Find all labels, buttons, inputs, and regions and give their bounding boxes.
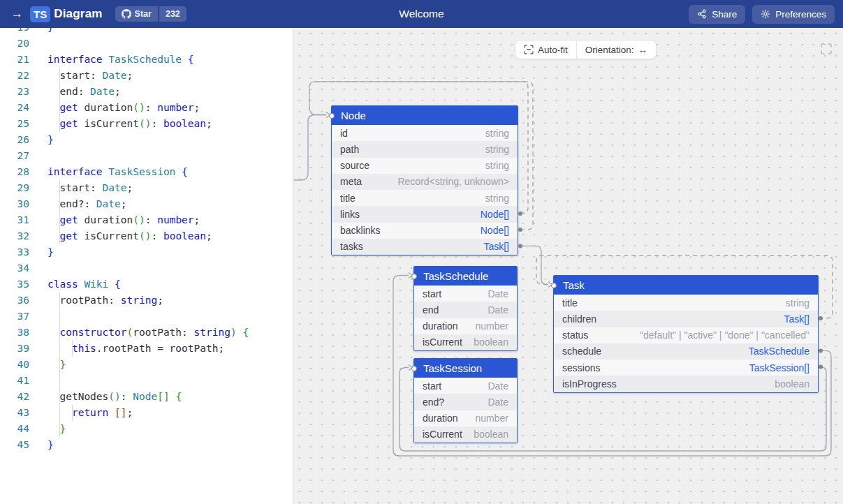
code-line: 30 end?: Date;: [0, 196, 293, 212]
code-line: 36 rootPath: string;: [0, 292, 293, 309]
entity-row[interactable]: metaRecord<string, unknown>: [332, 174, 518, 190]
field-type: boolean: [474, 336, 508, 348]
entity-row[interactable]: idstring: [332, 125, 518, 141]
sidebar-toggle-arrow-icon[interactable]: →: [8, 7, 30, 21]
entity-row[interactable]: endDate: [414, 302, 517, 318]
entity-row[interactable]: end?Date: [414, 394, 517, 410]
entity-row[interactable]: durationnumber: [414, 410, 517, 427]
code-text: constructor(rootPath: string) {: [47, 325, 249, 341]
line-number: 45: [10, 437, 29, 453]
field-type: boolean: [474, 429, 508, 440]
entity-row[interactable]: tasksTask[]: [332, 239, 518, 255]
entity-row[interactable]: durationnumber: [414, 318, 517, 334]
share-button[interactable]: Share: [689, 5, 745, 24]
field-name: id: [340, 128, 348, 139]
code-line: 20: [0, 36, 293, 52]
line-number: 27: [10, 148, 29, 164]
fullscreen-icon: [820, 43, 833, 55]
code-line: 33}: [0, 244, 293, 260]
entity-row[interactable]: startDate: [414, 286, 517, 302]
entity-row[interactable]: startDate: [414, 378, 517, 394]
entity-row[interactable]: childrenTask[]: [554, 311, 818, 327]
share-icon: [697, 9, 707, 19]
github-star-label: Star: [135, 9, 152, 19]
connector-dot: [329, 113, 335, 119]
canvas-toolbar: Auto-fit Orientation: ↔: [515, 40, 657, 59]
indent-guide: [59, 212, 60, 228]
code-line: 26}: [0, 132, 293, 148]
entity-title-bar[interactable]: TaskSchedule: [414, 267, 517, 286]
entity-title-bar[interactable]: Task: [554, 276, 818, 295]
indent-guide: [59, 228, 60, 244]
line-number: 32: [10, 228, 29, 244]
entity-row[interactable]: backlinksNode[]: [332, 223, 518, 239]
code-text: class Wiki {: [47, 276, 121, 292]
indent-guide: [59, 341, 60, 357]
field-type-link[interactable]: Task[]: [483, 241, 509, 252]
entity-row[interactable]: titlestring: [554, 295, 818, 311]
entity-title-bar[interactable]: TaskSession: [414, 359, 517, 378]
field-type-link[interactable]: Node[]: [481, 225, 509, 236]
field-type: Date: [488, 304, 508, 316]
code-text: start: Date;: [47, 68, 133, 84]
code-line: 39 this.rootPath = rootPath;: [0, 341, 293, 357]
entity-taskschedule[interactable]: TaskSchedulestartDateendDatedurationnumb…: [413, 266, 518, 351]
entity-row[interactable]: pathstring: [332, 141, 518, 157]
indent-guide: [59, 68, 60, 84]
entity-row[interactable]: isCurrentboolean: [414, 334, 517, 350]
orientation-button[interactable]: Orientation: ↔: [576, 40, 656, 59]
indent-guide: [72, 405, 73, 421]
code-editor[interactable]: 19}2021interface TaskSchedule {22 start:…: [0, 28, 293, 504]
code-text: start: Date;: [47, 180, 133, 196]
entity-row[interactable]: linksNode[]: [332, 206, 518, 222]
indent-guide: [59, 292, 60, 309]
field-name: links: [340, 209, 360, 220]
indent-guide: [59, 180, 60, 196]
code-line: 31 get duration(): number;: [0, 212, 293, 228]
code-lines: 19}2021interface TaskSchedule {22 start:…: [0, 28, 293, 453]
fullscreen-button[interactable]: [820, 43, 833, 55]
entity-title: TaskSession: [423, 362, 482, 374]
line-number: 39: [10, 341, 29, 357]
field-type-link[interactable]: TaskSession[]: [749, 362, 809, 373]
code-text: }: [47, 437, 54, 453]
entity-tasksession[interactable]: TaskSessionstartDateend?Datedurationnumb…: [413, 358, 518, 443]
code-line: 34: [0, 260, 293, 276]
field-type-link[interactable]: TaskSchedule: [749, 346, 809, 357]
field-type: string: [485, 193, 509, 204]
line-number: 22: [10, 68, 29, 84]
field-type-link[interactable]: Task[]: [784, 313, 809, 325]
field-name: sessions: [562, 362, 600, 373]
preferences-button[interactable]: Preferences: [752, 5, 835, 24]
code-line: 27: [0, 148, 293, 164]
line-number: 20: [10, 36, 29, 52]
entity-row[interactable]: status"default" | "active" | "done" | "c…: [554, 327, 818, 343]
entity-row[interactable]: sessionsTaskSession[]: [554, 360, 818, 376]
entity-row[interactable]: sourcestring: [332, 158, 518, 174]
code-text: return [];: [47, 405, 133, 421]
panel-splitter[interactable]: [293, 28, 294, 504]
field-name: isCurrent: [423, 336, 462, 348]
code-line: 29 start: Date;: [0, 180, 293, 196]
code-line: 24 get duration(): number;: [0, 100, 293, 116]
github-star-widget[interactable]: Star 232: [115, 6, 186, 22]
entity-row[interactable]: scheduleTaskSchedule: [554, 343, 818, 360]
entity-title-bar[interactable]: Node: [332, 106, 518, 125]
auto-fit-button[interactable]: Auto-fit: [515, 40, 576, 59]
entity-task[interactable]: TasktitlestringchildrenTask[]status"defa…: [553, 275, 819, 393]
code-line: 35class Wiki {: [0, 276, 293, 292]
code-line: 45}: [0, 437, 293, 453]
entity-row[interactable]: isCurrentboolean: [414, 427, 517, 443]
entity-node[interactable]: NodeidstringpathstringsourcestringmetaRe…: [331, 105, 518, 255]
indent-guide: [59, 84, 60, 100]
code-text: get duration(): number;: [47, 100, 200, 116]
field-name: schedule: [562, 346, 601, 357]
field-name: children: [562, 313, 596, 325]
field-type: string: [485, 128, 509, 139]
diagram-canvas[interactable]: Auto-fit Orientation: ↔: [294, 28, 843, 504]
field-name: tasks: [340, 241, 363, 252]
field-type: "default" | "active" | "done" | "cancell…: [640, 329, 809, 341]
entity-row[interactable]: titlestring: [332, 190, 518, 206]
field-type-link[interactable]: Node[]: [481, 209, 509, 220]
entity-row[interactable]: isInProgressboolean: [554, 376, 818, 392]
